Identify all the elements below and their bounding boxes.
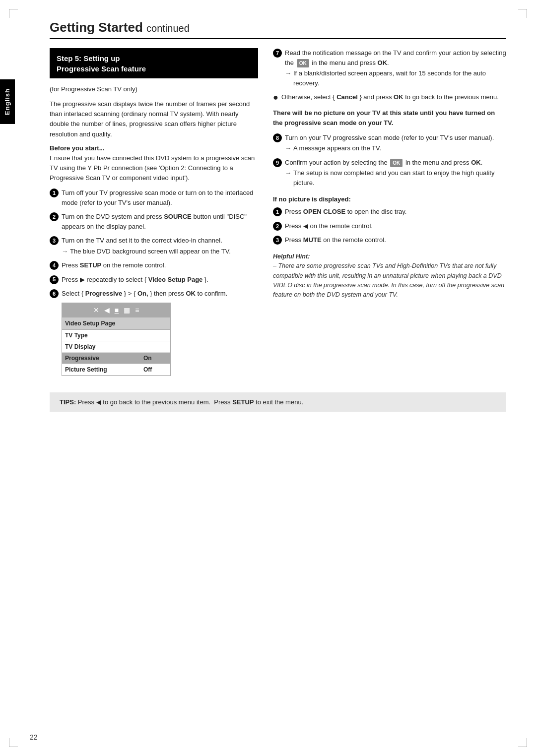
- step-heading: Step 5: Setting up Progressive Scan feat…: [50, 48, 258, 77]
- no-picture-step-3: 3 Press MUTE on the remote control.: [273, 235, 506, 245]
- nopicture-num-2: 2: [273, 222, 282, 231]
- left-step-6: 6 Select { Progressive } > { On, } then …: [50, 289, 258, 376]
- step-7-text: Read the notification message on the TV …: [285, 48, 506, 67]
- step-8-row: 8 Turn on your TV progressive scan mode …: [273, 133, 494, 143]
- step-num-8: 8: [273, 133, 282, 142]
- intro-description: The progressive scan displays twice the …: [50, 99, 258, 139]
- corner-mark-tl: [9, 9, 18, 18]
- step-2-text: Turn on the DVD system and press SOURCE …: [62, 213, 247, 230]
- step-num-1: 1: [50, 189, 59, 197]
- title-continued: continued: [146, 23, 190, 34]
- step-heading-line2: Progressive Scan feature: [57, 63, 251, 74]
- ok-button-inline-9: OK: [390, 159, 402, 167]
- step-9-text: Confirm your action by selecting the OK …: [285, 158, 482, 168]
- right-step-9: 9 Confirm your action by selecting the O…: [273, 158, 506, 188]
- step-7-arrow-text: If a blank/distorted screen appears, wai…: [293, 68, 506, 88]
- corner-mark-br: [518, 738, 527, 747]
- step-1-text: Turn off your TV progressive scan mode o…: [62, 188, 258, 207]
- step-3-row: 3 Turn on the TV and set it to the corre…: [50, 236, 222, 246]
- left-step-1: 1 Turn off your TV progressive scan mode…: [50, 188, 258, 207]
- before-start-text: Ensure that you have connected this DVD …: [50, 153, 258, 183]
- nopicture-step-1-text: Press OPEN CLOSE to open the disc tray.: [285, 207, 406, 217]
- bold-warning: There will be no picture on your TV at t…: [273, 108, 506, 128]
- step-num-4: 4: [50, 261, 59, 270]
- step-heading-border: [50, 77, 258, 78]
- step-9-arrow-text: The setup is now completed and you can s…: [293, 168, 506, 188]
- title-text: Getting Started: [50, 20, 143, 35]
- no-picture-step-2: 2 Press ◀ on the remote control.: [273, 221, 506, 231]
- step-3-arrow: → The blue DVD background screen will ap…: [62, 247, 231, 256]
- left-steps-list: 1 Turn off your TV progressive scan mode…: [50, 188, 258, 376]
- screen-row-tvtype: TV Type: [62, 330, 170, 341]
- screen-row-tvdisplay: TV Display: [62, 341, 170, 353]
- before-start-heading: Before you start...: [50, 144, 258, 152]
- step-6-row: 6 Select { Progressive } > { On, } then …: [50, 289, 227, 299]
- step-8-arrow: → A message appears on the TV.: [285, 143, 381, 153]
- step-7-arrow: → If a blank/distorted screen appears, w…: [285, 68, 506, 88]
- screen-icon-active: ■: [115, 305, 119, 315]
- two-col-layout: Step 5: Setting up Progressive Scan feat…: [50, 48, 506, 380]
- step-num-7: 7: [273, 49, 282, 58]
- step-num-5: 5: [50, 275, 59, 284]
- left-step-3: 3 Turn on the TV and set it to the corre…: [50, 236, 258, 256]
- tips-bar: TIPS: Press ◀ to go back to the previous…: [50, 392, 506, 412]
- nopicture-num-3: 3: [273, 236, 282, 245]
- step-num-3: 3: [50, 236, 59, 245]
- left-step-4: 4 Press SETUP on the remote control.: [50, 260, 258, 270]
- left-step-2: 2 Turn on the DVD system and press SOURC…: [50, 212, 258, 231]
- step-2-content: Turn on the DVD system and press SOURCE …: [62, 212, 258, 231]
- right-step-7: 7 Read the notification message on the T…: [273, 48, 506, 88]
- step-heading-line1: Step 5: Setting up: [57, 53, 251, 63]
- step-num-9: 9: [273, 158, 282, 167]
- corner-mark-tr: [518, 9, 527, 18]
- bullet-cancel-text: Otherwise, select { Cancel } and press O…: [281, 92, 499, 102]
- ok-button-inline-7: OK: [297, 59, 309, 67]
- step-5-text: Press ▶ repeatedly to select { Video Set…: [62, 275, 208, 285]
- page-wrapper: English Getting Started continued Step 5…: [0, 0, 536, 756]
- step-num-6: 6: [50, 289, 59, 298]
- screen-icon-grid: ▦: [124, 305, 130, 315]
- page-number: 22: [30, 733, 38, 741]
- left-step-5: 5 Press ▶ repeatedly to select { Video S…: [50, 275, 258, 285]
- screen-icon-menu: ≡: [135, 305, 139, 315]
- right-step-8: 8 Turn on your TV progressive scan mode …: [273, 133, 506, 153]
- step-8-text: Turn on your TV progressive scan mode (r…: [285, 133, 494, 143]
- hint-block: Helpful Hint: – There are some progressi…: [273, 252, 506, 300]
- step-num-2: 2: [50, 212, 59, 221]
- step-9-row: 9 Confirm your action by selecting the O…: [273, 158, 482, 168]
- left-column: Step 5: Setting up Progressive Scan feat…: [50, 48, 258, 380]
- screen-header: ✕ ◀ ■ ▦ ≡: [62, 303, 170, 317]
- step-3-text: Turn on the TV and set it to the correct…: [62, 236, 222, 246]
- language-label: English: [3, 88, 11, 115]
- step-8-arrow-text: A message appears on the TV.: [293, 143, 381, 153]
- no-picture-step-1: 1 Press OPEN CLOSE to open the disc tray…: [273, 207, 506, 217]
- nopicture-step-3-text: Press MUTE on the remote control.: [285, 235, 386, 245]
- right-column: 7 Read the notification message on the T…: [273, 48, 506, 380]
- right-bullet-cancel: ● Otherwise, select { Cancel } and press…: [273, 92, 506, 102]
- right-steps-list: 7 Read the notification message on the T…: [273, 48, 506, 102]
- hint-title: Helpful Hint:: [273, 252, 506, 261]
- language-tab: English: [0, 79, 15, 124]
- step-4-text: Press SETUP on the remote control.: [62, 260, 166, 270]
- step-3-arrow-text: The blue DVD background screen will appe…: [70, 247, 231, 256]
- no-picture-steps: 1 Press OPEN CLOSE to open the disc tray…: [273, 207, 506, 245]
- no-picture-heading: If no picture is displayed:: [273, 195, 506, 203]
- corner-mark-bl: [9, 738, 18, 747]
- step-7-row: 7 Read the notification message on the T…: [273, 48, 506, 67]
- screen-table-title: Video Setup Page: [62, 317, 170, 330]
- step-6-text: Select { Progressive } > { On, } then pr…: [62, 289, 227, 299]
- screen-icon-x: ✕: [93, 305, 99, 315]
- screen-row-picture: Picture Setting Off: [62, 364, 170, 376]
- main-title: Getting Started continued: [50, 20, 506, 39]
- screen-icon-left: ◀: [104, 305, 110, 315]
- bullet-dot: ●: [273, 93, 278, 102]
- step-9-arrow: → The setup is now completed and you can…: [285, 168, 506, 188]
- nopicture-num-1: 1: [273, 207, 282, 216]
- intro-for-note: (for Progressive Scan TV only): [50, 84, 258, 94]
- screen-row-progressive: Progressive On: [62, 353, 170, 364]
- nopicture-step-2-text: Press ◀ on the remote control.: [285, 221, 373, 231]
- right-steps-8-9: 8 Turn on your TV progressive scan mode …: [273, 133, 506, 188]
- hint-text: – There are some progressive scan TVs an…: [273, 261, 506, 300]
- screen-table: ✕ ◀ ■ ▦ ≡ Video Setup Page TV Type: [62, 303, 171, 376]
